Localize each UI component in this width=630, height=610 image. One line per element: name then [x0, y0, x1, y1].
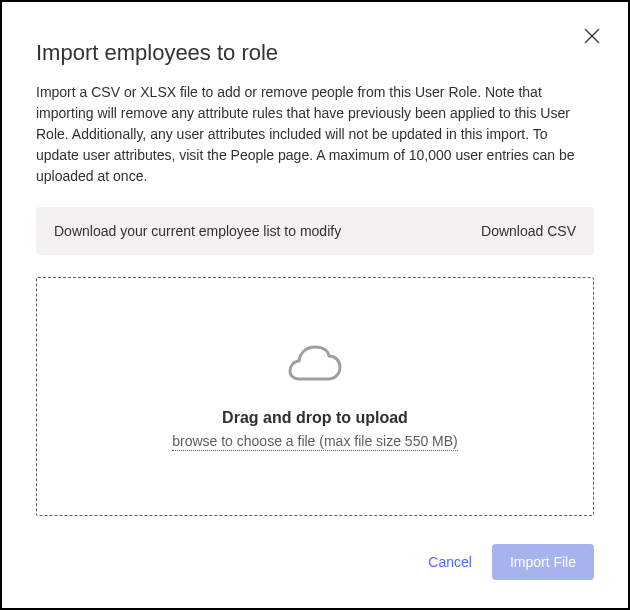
cancel-button[interactable]: Cancel: [428, 554, 472, 570]
dialog-title: Import employees to role: [36, 40, 594, 66]
download-bar: Download your current employee list to m…: [36, 207, 594, 255]
import-file-button[interactable]: Import File: [492, 544, 594, 580]
download-csv-link[interactable]: Download CSV: [481, 223, 576, 239]
close-icon: [584, 28, 600, 48]
close-button[interactable]: [580, 26, 604, 50]
download-label: Download your current employee list to m…: [54, 223, 341, 239]
dialog-description: Import a CSV or XLSX file to add or remo…: [36, 82, 594, 187]
dialog-footer: Cancel Import File: [36, 544, 594, 580]
file-dropzone[interactable]: Drag and drop to upload browse to choose…: [36, 277, 594, 516]
dropzone-title: Drag and drop to upload: [222, 409, 408, 427]
cloud-upload-icon: [288, 343, 342, 409]
browse-file-link[interactable]: browse to choose a file (max file size 5…: [172, 433, 458, 451]
